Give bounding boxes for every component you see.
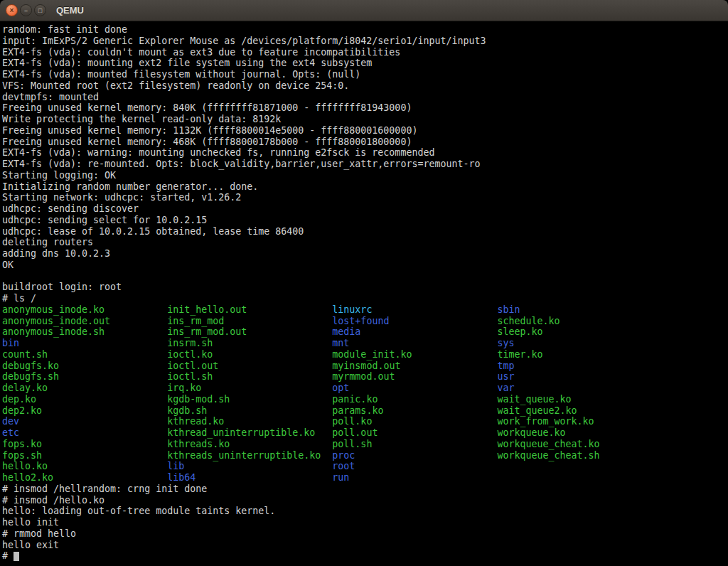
terminal-line: # ls /: [2, 293, 728, 304]
terminal-line: OK: [2, 260, 728, 271]
terminal-line: EXT4-fs (vda): mounting ext2 file system…: [2, 58, 728, 69]
terminal-line: Initializing random number generator... …: [2, 181, 728, 193]
terminal-line: anonymous_inode.ko init_hello.out linuxr…: [2, 304, 728, 316]
maximize-button[interactable]: □: [34, 4, 46, 16]
terminal-line: EXT4-fs (vda): couldn't mount as ext3 du…: [2, 47, 728, 58]
terminal-line: dev kthread.ko poll.ko work_from_work.ko: [2, 416, 728, 427]
terminal-line: buildroot login: root: [2, 282, 728, 293]
terminal-line: Freeing unused kernel memory: 840K (ffff…: [2, 102, 728, 114]
terminal-line: #: [2, 550, 728, 562]
terminal-line: hello init: [2, 517, 728, 528]
terminal-line: input: ImExPS/2 Generic Explorer Mouse a…: [2, 36, 728, 47]
cursor: [14, 552, 19, 561]
terminal-line: count.sh ioctl.ko module_init.ko timer.k…: [2, 349, 728, 361]
terminal-line: devtmpfs: mounted: [2, 92, 728, 103]
terminal-line: fops.ko kthreads.ko poll.sh workqueue_ch…: [2, 439, 728, 450]
terminal-line: debugfs.sh ioctl.sh myrmmod.out usr: [2, 371, 728, 383]
terminal-line: deleting routers: [2, 237, 728, 248]
terminal-line: anonymous_inode.out ins_rm_mod lost+foun…: [2, 316, 728, 327]
terminal-line: dep2.ko kgdb.sh params.ko wait_queue2.ko: [2, 405, 728, 417]
terminal-line: udhcpc: lease of 10.0.2.15 obtained, lea…: [2, 226, 728, 237]
terminal-line: Starting network: udhcpc: started, v1.26…: [2, 192, 728, 203]
window-title: QEMU: [56, 5, 84, 16]
terminal-line: [2, 271, 728, 282]
terminal-line: # rmmod hello: [2, 528, 728, 540]
qemu-window: × − □ QEMU random: fast init doneinput: …: [0, 0, 728, 566]
minimize-button[interactable]: −: [20, 4, 32, 16]
terminal-line: anonymous_inode.sh ins_rm_mod.out media …: [2, 326, 728, 338]
minimize-icon: −: [24, 7, 28, 14]
terminal-line: hello2.ko lib64 run: [2, 472, 728, 484]
terminal-line: Freeing unused kernel memory: 1132K (fff…: [2, 125, 728, 137]
terminal-line: Freeing unused kernel memory: 468K (ffff…: [2, 137, 728, 148]
terminal-line: dep.ko kgdb-mod.sh panic.ko wait_queue.k…: [2, 394, 728, 405]
terminal-line: Write protecting the kernel read-only da…: [2, 114, 728, 125]
terminal-line: EXT4-fs (vda): mounted filesystem withou…: [2, 69, 728, 80]
terminal-line: adding dns 10.0.2.3: [2, 248, 728, 260]
close-button[interactable]: ×: [6, 4, 18, 16]
terminal-screen[interactable]: random: fast init doneinput: ImExPS/2 Ge…: [0, 21, 728, 566]
titlebar[interactable]: × − □ QEMU: [0, 0, 728, 21]
close-icon: ×: [10, 7, 14, 14]
terminal-line: debugfs.ko ioctl.out myinsmod.out tmp: [2, 361, 728, 372]
terminal-line: VFS: Mounted root (ext2 filesystem) read…: [2, 80, 728, 92]
terminal-line: hello.ko lib root: [2, 461, 728, 472]
terminal-line: hello: loading out-of-tree module taints…: [2, 506, 728, 517]
terminal-line: udhcpc: sending select for 10.0.2.15: [2, 215, 728, 226]
terminal-line: Starting logging: OK: [2, 170, 728, 181]
terminal-line: delay.ko irq.ko opt var: [2, 383, 728, 394]
terminal-line: bin insrm.sh mnt sys: [2, 338, 728, 349]
terminal-line: EXT4-fs (vda): warning: mounting uncheck…: [2, 147, 728, 159]
terminal-line: fops.sh kthreads_uninterruptible.ko proc…: [2, 450, 728, 461]
terminal-line: hello exit: [2, 540, 728, 551]
terminal-line: # insmod /hellrandom: crng init done: [2, 484, 728, 495]
maximize-icon: □: [38, 7, 42, 14]
terminal-line: random: fast init done: [2, 24, 728, 36]
terminal-line: udhcpc: sending discover: [2, 203, 728, 215]
terminal-line: # insmod /hello.ko: [2, 495, 728, 506]
terminal-line: etc kthread_uninterruptible.ko poll.out …: [2, 427, 728, 439]
terminal-line: EXT4-fs (vda): re-mounted. Opts: block_v…: [2, 159, 728, 170]
